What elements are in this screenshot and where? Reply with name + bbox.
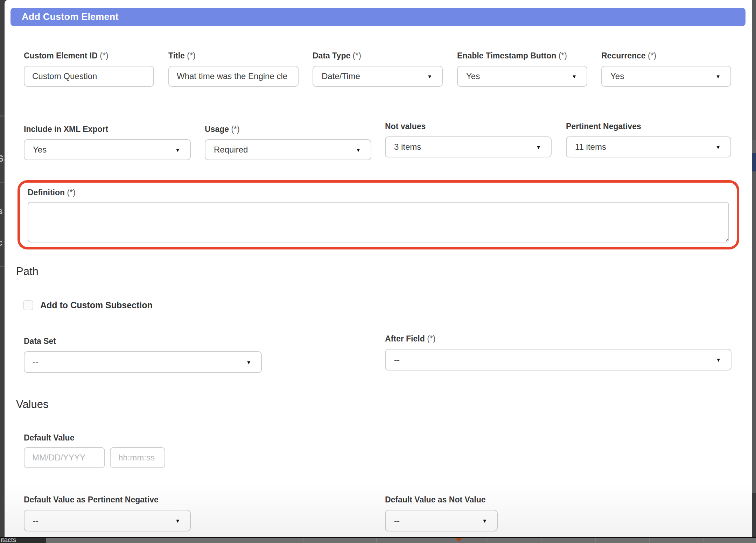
field-label: Recurrence (*) bbox=[601, 51, 731, 61]
chevron-down-icon: ▼ bbox=[715, 73, 721, 79]
after-field-select[interactable]: -- ▼ bbox=[385, 349, 732, 371]
field-label: Definition (*) bbox=[28, 188, 729, 197]
field-label: Default Value bbox=[24, 433, 199, 443]
checkbox-label: Add to Custom Subsection bbox=[40, 300, 153, 310]
background-segment bbox=[752, 153, 756, 171]
chevron-down-icon: ▼ bbox=[482, 518, 487, 524]
field-custom-element-id: Custom Element ID (*) bbox=[24, 51, 154, 87]
background-divider bbox=[303, 538, 303, 543]
field-usage: Usage (*) Required ▼ bbox=[205, 125, 371, 160]
chevron-down-icon: ▼ bbox=[427, 73, 432, 79]
field-default-value-pertinent-negative: Default Value as Pertinent Negative -- ▼ bbox=[24, 495, 191, 531]
chevron-down-icon: ▼ bbox=[536, 144, 541, 150]
background-bottom-bar: itacts bbox=[0, 537, 756, 543]
chevron-down-icon: ▼ bbox=[175, 518, 180, 524]
field-label: Enable Timestamp Button (*) bbox=[457, 51, 587, 61]
usage-select[interactable]: Required ▼ bbox=[205, 139, 371, 160]
field-label: Pertinent Negatives bbox=[566, 122, 731, 131]
field-data-type: Data Type (*) Date/Time ▼ bbox=[313, 51, 443, 87]
pertinent-negatives-select[interactable]: 11 items ▼ bbox=[566, 136, 731, 157]
field-label: Usage (*) bbox=[205, 125, 371, 134]
field-after-field: After Field (*) -- ▼ bbox=[385, 334, 732, 371]
enable-timestamp-select[interactable]: Yes ▼ bbox=[457, 66, 587, 87]
field-label: Default Value as Pertinent Negative bbox=[24, 495, 191, 505]
background-bottom-left-block: itacts bbox=[0, 538, 46, 543]
background-divider bbox=[376, 538, 377, 543]
field-default-value: Default Value bbox=[24, 433, 199, 448]
default-value-date-input[interactable] bbox=[24, 447, 105, 468]
background-text-fragment: itacts bbox=[1, 538, 16, 543]
field-default-value-not-value: Default Value as Not Value -- ▼ bbox=[385, 495, 498, 531]
chevron-down-icon: ▼ bbox=[246, 359, 251, 365]
background-divider bbox=[595, 538, 596, 543]
background-text-fragment: c bbox=[0, 237, 2, 248]
background-segment bbox=[752, 140, 756, 153]
default-value-time-input[interactable] bbox=[110, 447, 165, 468]
recurrence-select[interactable]: Yes ▼ bbox=[601, 66, 731, 87]
field-label: Data Type (*) bbox=[313, 51, 443, 61]
background-text-fragment: s bbox=[0, 206, 2, 217]
modal-rounded-corner bbox=[5, 0, 20, 3]
background-right-edge bbox=[752, 0, 756, 538]
data-set-select[interactable]: -- ▼ bbox=[24, 351, 262, 373]
background-divider bbox=[541, 538, 541, 543]
background-divider bbox=[0, 266, 5, 267]
path-section-heading: Path bbox=[16, 265, 38, 278]
values-section-heading: Values bbox=[16, 398, 49, 411]
field-pertinent-negatives: Pertinent Negatives 11 items ▼ bbox=[566, 122, 731, 157]
title-input[interactable] bbox=[168, 66, 299, 87]
add-to-custom-subsection-checkbox[interactable] bbox=[23, 300, 33, 310]
field-label: After Field (*) bbox=[385, 334, 732, 344]
chevron-down-icon: ▼ bbox=[175, 147, 180, 153]
background-divider bbox=[0, 182, 5, 183]
not-values-select[interactable]: 3 items ▼ bbox=[385, 136, 552, 157]
background-text-fragment: S bbox=[0, 153, 4, 164]
field-label: Default Value as Not Value bbox=[385, 495, 498, 505]
custom-element-id-input[interactable] bbox=[24, 66, 154, 87]
data-type-select[interactable]: Date/Time ▼ bbox=[313, 66, 443, 87]
field-label: Not values bbox=[385, 122, 552, 131]
default-value-not-value-select[interactable]: -- ▼ bbox=[385, 510, 498, 531]
definition-textarea[interactable] bbox=[28, 202, 729, 242]
background-orange-marker bbox=[455, 538, 463, 542]
field-not-values: Not values 3 items ▼ bbox=[385, 122, 552, 157]
background-divider bbox=[704, 538, 704, 543]
field-enable-timestamp: Enable Timestamp Button (*) Yes ▼ bbox=[457, 51, 587, 87]
field-label: Include in XML Export bbox=[24, 125, 191, 134]
field-label: Data Set bbox=[24, 337, 262, 346]
background-divider bbox=[0, 115, 5, 117]
background-divider bbox=[649, 538, 650, 543]
field-data-set: Data Set -- ▼ bbox=[24, 337, 262, 373]
chevron-down-icon: ▼ bbox=[356, 147, 361, 153]
background-divider bbox=[486, 538, 487, 543]
modal-header: Add Custom Element bbox=[10, 8, 746, 26]
field-label: Title (*) bbox=[168, 51, 299, 61]
include-xml-export-select[interactable]: Yes ▼ bbox=[24, 139, 191, 160]
field-label: Custom Element ID (*) bbox=[24, 51, 154, 61]
background-left-edge: S s c bbox=[0, 0, 5, 538]
definition-highlight-box: Definition (*) bbox=[18, 180, 739, 249]
chevron-down-icon: ▼ bbox=[716, 357, 721, 363]
modal-title: Add Custom Element bbox=[22, 12, 119, 22]
field-title: Title (*) bbox=[168, 51, 299, 87]
field-include-xml-export: Include in XML Export Yes ▼ bbox=[24, 125, 191, 160]
field-recurrence: Recurrence (*) Yes ▼ bbox=[601, 51, 731, 87]
chevron-down-icon: ▼ bbox=[715, 144, 721, 150]
add-custom-element-modal: S s c Add Custom Element Custom Element … bbox=[0, 0, 756, 543]
default-value-pertinent-negative-select[interactable]: -- ▼ bbox=[24, 510, 191, 531]
background-segment bbox=[752, 493, 756, 538]
add-to-custom-subsection-row: Add to Custom Subsection bbox=[23, 300, 153, 310]
chevron-down-icon: ▼ bbox=[572, 73, 577, 79]
default-value-inputs bbox=[24, 447, 165, 468]
